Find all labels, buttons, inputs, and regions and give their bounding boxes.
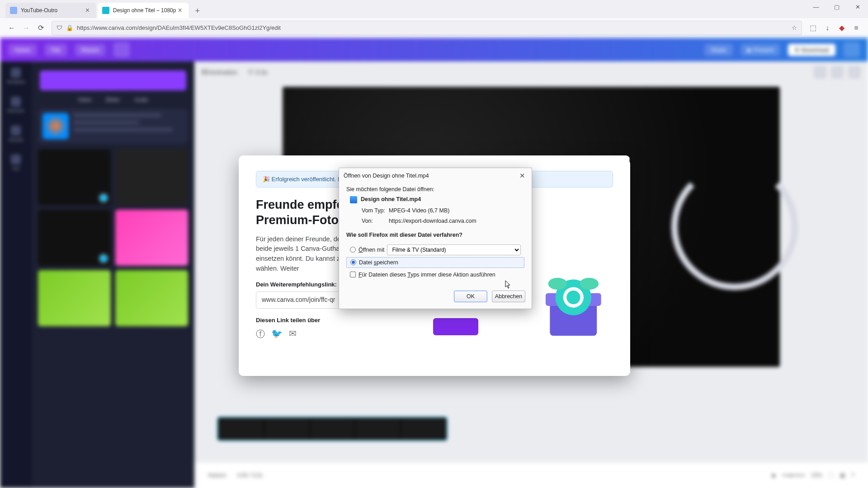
bookmark-star-icon[interactable]: ☆ xyxy=(792,24,797,31)
dialog-filename: Design ohne Titel.mp4 xyxy=(361,196,421,202)
downloads-icon[interactable]: ↓ xyxy=(820,21,835,35)
tab-title: YouTube-Outro xyxy=(21,7,57,14)
firefox-download-dialog: Öffnen von Design ohne Titel.mp4 ✕ Sie m… xyxy=(339,168,532,309)
file-menu[interactable]: File xyxy=(45,44,67,56)
dialog-close-button[interactable]: ✕ xyxy=(517,171,527,181)
favicon-icon xyxy=(10,7,17,14)
resize-menu[interactable]: Resize xyxy=(75,44,106,56)
gift-illustration xyxy=(537,267,614,344)
url-text: https://www.canva.com/design/DAEuIm3fI4/… xyxy=(77,24,281,31)
email-icon[interactable]: ✉ xyxy=(289,328,297,340)
close-tab-icon[interactable]: × xyxy=(176,6,184,14)
dialog-prompt: Sie möchten folgende Datei öffnen: xyxy=(346,186,524,192)
browser-navbar: ← → ⟳ 🛡 🔒 https://www.canva.com/design/D… xyxy=(0,18,868,38)
radio-icon xyxy=(350,247,356,253)
undo-button[interactable] xyxy=(113,42,130,57)
present-button[interactable]: ▶ Present xyxy=(741,44,780,56)
nav-back-button[interactable]: ← xyxy=(5,21,19,35)
tab-youtube-outro[interactable]: YouTube-Outro × xyxy=(5,3,96,18)
dialog-title: Öffnen von Design ohne Titel.mp4 xyxy=(344,173,429,179)
option-open-with[interactable]: Öffnen mit Filme & TV (Standard) xyxy=(346,243,524,257)
radio-icon xyxy=(350,259,356,265)
window-maximize-button[interactable]: ▢ xyxy=(826,0,847,14)
ok-button[interactable]: OK xyxy=(454,291,487,302)
svg-point-3 xyxy=(548,278,567,290)
dialog-titlebar: Öffnen von Design ohne Titel.mp4 ✕ xyxy=(339,168,532,183)
option-always-action[interactable]: Für Dateien dieses Typs immer diese Akti… xyxy=(346,268,524,280)
file-meta-table: Vom Typ:MPEG-4 Video (6,7 MB) Von:https:… xyxy=(361,205,477,227)
cancel-button[interactable]: Abbrechen xyxy=(492,291,525,302)
close-tab-icon[interactable]: × xyxy=(84,6,91,14)
tab-title: Design ohne Titel – 1080p xyxy=(113,7,176,14)
file-type-icon xyxy=(350,196,357,203)
share-button[interactable]: Share xyxy=(704,44,733,56)
nav-reload-button[interactable]: ⟳ xyxy=(33,21,48,35)
facebook-icon[interactable]: ⓕ xyxy=(256,328,265,340)
lock-icon: 🔒 xyxy=(66,24,73,31)
extension-icon[interactable]: ◆ xyxy=(835,21,849,35)
window-controls: — ▢ ✕ xyxy=(806,0,868,14)
open-with-select[interactable]: Filme & TV (Standard) xyxy=(387,244,521,255)
dialog-question: Wie soll Firefox mit dieser Datei verfah… xyxy=(346,232,524,238)
favicon-icon xyxy=(102,7,109,14)
browser-tabstrip: YouTube-Outro × Design ohne Titel – 1080… xyxy=(0,0,868,18)
url-bar[interactable]: 🛡 🔒 https://www.canva.com/design/DAEuIm3… xyxy=(52,21,802,35)
window-close-button[interactable]: ✕ xyxy=(847,0,868,14)
twitter-icon[interactable]: 🐦 xyxy=(271,328,283,340)
tab-canva-design[interactable]: Design ohne Titel – 1080p × xyxy=(98,3,189,18)
copy-link-button[interactable] xyxy=(433,318,478,335)
nav-forward-button[interactable]: → xyxy=(19,21,33,35)
home-button[interactable]: Home xyxy=(8,44,37,56)
window-minimize-button[interactable]: — xyxy=(806,0,826,14)
svg-point-4 xyxy=(580,278,599,290)
checkbox-icon xyxy=(350,272,356,277)
new-tab-button[interactable]: + xyxy=(190,4,205,18)
more-button[interactable] xyxy=(844,42,860,57)
download-button[interactable]: ⬇ Download xyxy=(788,44,835,56)
app-menu-icon[interactable]: ≡ xyxy=(849,21,863,35)
shield-icon: 🛡 xyxy=(57,24,62,31)
pocket-icon[interactable]: ⬚ xyxy=(806,21,820,35)
option-save-file[interactable]: Datei speichern xyxy=(346,257,524,268)
